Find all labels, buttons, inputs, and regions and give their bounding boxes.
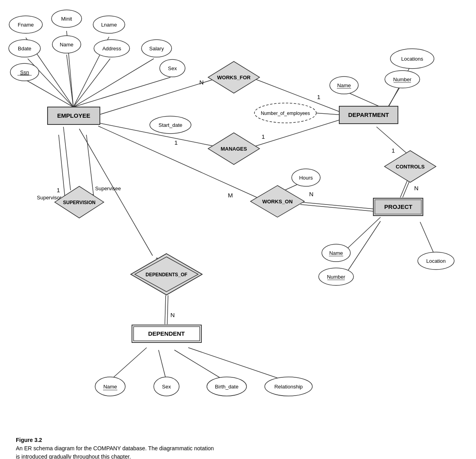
minit-label: Minit — [61, 16, 72, 22]
controls-1-label: 1 — [392, 147, 395, 154]
svg-line-8 — [73, 77, 170, 107]
svg-line-9 — [98, 79, 214, 115]
num-employees-label: Number_of_employees — [261, 111, 310, 116]
locations-label: Locations — [401, 56, 423, 62]
controls-n-label: N — [414, 185, 419, 191]
dep-rel-label: Relationship — [274, 384, 303, 390]
svg-line-29 — [165, 295, 166, 324]
works-for-label: WORKS_FOR — [217, 75, 251, 80]
ssn-label: Ssn — [20, 69, 29, 75]
proj-location-label: Location — [426, 258, 445, 264]
svg-line-27 — [63, 127, 71, 190]
works-on-label: WORKS_ON — [262, 199, 293, 205]
svg-line-24 — [346, 217, 380, 250]
er-diagram-svg: N 1 1 1 M N 1 N 1 N 1 N Supervisor Super… — [0, 0, 476, 436]
svg-line-31 — [109, 348, 147, 381]
emp-name-label: Name — [60, 42, 74, 48]
svg-line-32 — [159, 350, 166, 381]
controls-label: CONTROLS — [396, 164, 425, 170]
proj-name-label: Name — [329, 250, 343, 256]
salary-label: Salary — [149, 46, 164, 52]
works-for-1-label: 1 — [317, 94, 320, 100]
manages-left-1-label: 1 — [174, 139, 178, 146]
works-on-m-label: M — [228, 192, 233, 199]
manages-right-1-label: 1 — [262, 133, 265, 140]
er-diagram-container: N 1 1 1 M N 1 N 1 N 1 N Supervisor Super… — [0, 0, 476, 436]
dependents-of-label: DEPENDENTS_OF — [145, 272, 187, 277]
supervisee-label: Supervisee — [95, 186, 121, 191]
svg-line-5 — [73, 59, 110, 107]
fname-label: Fname — [18, 22, 34, 28]
figure-label: Figure 3.2 — [16, 436, 476, 444]
dep-name-label: Name — [103, 384, 117, 390]
works-on-n-label: N — [309, 191, 314, 197]
sex-emp-label: Sex — [168, 65, 177, 71]
employee-label: EMPLOYEE — [57, 112, 90, 119]
svg-line-15 — [388, 86, 400, 106]
svg-line-33 — [174, 350, 226, 381]
svg-line-12 — [254, 119, 343, 147]
svg-line-7 — [25, 79, 73, 107]
address-label: Address — [102, 46, 121, 52]
project-label: PROJECT — [384, 203, 413, 210]
dept-name-label: Name — [337, 82, 351, 88]
dept-number-label: Number — [393, 76, 412, 82]
works-for-n-label: N — [199, 79, 204, 86]
lname-label: Lname — [101, 22, 117, 28]
caption-line2: is introduced gradually throughout this … — [16, 453, 476, 459]
dependent-label: DEPENDENT — [148, 330, 185, 337]
svg-line-25 — [346, 221, 380, 273]
department-label: DEPARTMENT — [348, 111, 389, 118]
dependents-of-n-label: N — [170, 312, 175, 318]
manages-label: MANAGES — [221, 146, 247, 152]
svg-line-16 — [315, 113, 343, 115]
dep-sex-label: Sex — [162, 384, 171, 390]
start-date-label: Start_date — [159, 122, 182, 128]
svg-line-28 — [79, 129, 153, 256]
caption-line1: An ER schema diagram for the COMPANY dat… — [16, 444, 476, 453]
svg-line-30 — [167, 295, 168, 324]
bdate-label: Bdate — [18, 46, 31, 52]
supervision-label: SUPERVISION — [63, 200, 96, 205]
proj-number-label: Number — [327, 274, 346, 280]
svg-line-26 — [420, 222, 434, 254]
supervision-1-label: 1 — [57, 187, 60, 193]
hours-label: Hours — [299, 175, 313, 181]
figure-caption: Figure 3.2 An ER schema diagram for the … — [16, 436, 476, 459]
dep-bdate-label: Birth_date — [215, 384, 238, 390]
svg-line-34 — [188, 348, 287, 381]
